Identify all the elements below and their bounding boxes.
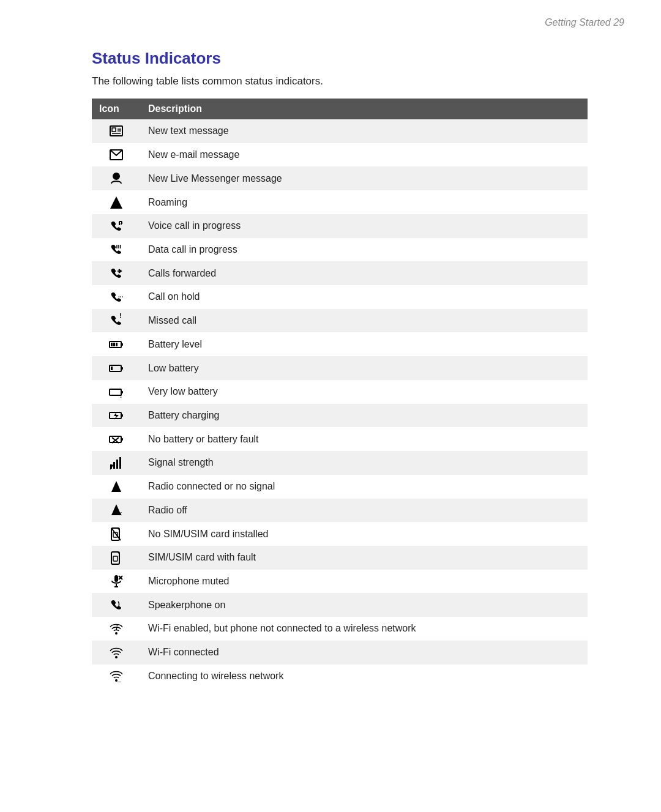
svg-rect-25 <box>111 367 113 370</box>
svg-rect-1 <box>112 128 116 132</box>
table-row: No SIM/USIM card installed <box>92 522 588 546</box>
svg-rect-39 <box>119 457 121 469</box>
table-row: Microphone muted <box>92 570 588 594</box>
icon-cell <box>92 404 141 428</box>
icon-cell <box>92 593 141 617</box>
description-cell: New Live Messenger message <box>141 166 588 190</box>
description-cell: Microphone muted <box>141 570 588 594</box>
description-cell: Missed call <box>141 309 588 333</box>
description-cell: Call on hold <box>141 285 588 309</box>
svg-rect-37 <box>113 462 115 469</box>
description-cell: Wi-Fi enabled, but phone not connected t… <box>141 617 588 641</box>
table-row: ... Call on hold <box>92 285 588 309</box>
table-row: New text message <box>92 119 588 143</box>
description-cell: No SIM/USIM card installed <box>141 522 588 546</box>
description-cell: No battery or battery fault <box>141 427 588 451</box>
table-row: ! Missed call <box>92 309 588 333</box>
table-header-row: Icon Description <box>92 99 588 119</box>
svg-point-6 <box>113 173 119 179</box>
svg-rect-33 <box>121 438 123 441</box>
icon-cell: ... <box>92 665 141 688</box>
table-row: Battery charging <box>92 404 588 428</box>
description-cell: Data call in progress <box>141 238 588 262</box>
svg-rect-22 <box>116 343 118 346</box>
table-row: Data call in progress <box>92 238 588 262</box>
svg-text:!: ! <box>119 313 122 320</box>
icon-cell: ! <box>92 309 141 333</box>
icon-cell <box>92 451 141 475</box>
svg-rect-50 <box>113 556 118 561</box>
icon-cell <box>92 332 141 356</box>
icon-cell: ! <box>92 380 141 404</box>
table-row: i Wi-Fi enabled, but phone not connected… <box>92 617 588 641</box>
table-row: Roaming <box>92 190 588 214</box>
table-row: Wi-Fi connected <box>92 641 588 665</box>
svg-marker-41 <box>111 481 121 492</box>
table-row: x Radio off <box>92 499 588 523</box>
description-cell: Voice call in progress <box>141 214 588 238</box>
section-title: Status Indicators <box>92 49 588 68</box>
section-subtitle: The following table lists common status … <box>92 75 588 88</box>
description-cell: Radio off <box>141 499 588 523</box>
table-row: Speakerphone on <box>92 593 588 617</box>
table-row: Battery level <box>92 332 588 356</box>
icon-cell <box>92 214 141 238</box>
svg-rect-19 <box>121 343 123 346</box>
page-number: Getting Started 29 <box>545 17 624 28</box>
icon-cell <box>92 143 141 167</box>
table-row: Radio connected or no signal <box>92 475 588 499</box>
icon-cell <box>92 570 141 594</box>
table-row: New e-mail message <box>92 143 588 167</box>
icon-cell <box>92 190 141 214</box>
header-icon-col: Icon <box>92 99 141 119</box>
icon-cell <box>92 356 141 380</box>
svg-marker-7 <box>110 196 122 209</box>
svg-rect-52 <box>114 575 118 582</box>
status-table: Icon Description New text message New e-… <box>92 99 588 688</box>
description-cell: Calls forwarded <box>141 261 588 285</box>
svg-text:!: ! <box>118 557 120 564</box>
icon-cell <box>92 261 141 285</box>
description-cell: Wi-Fi connected <box>141 641 588 665</box>
svg-rect-24 <box>121 367 123 370</box>
icon-cell: x <box>92 499 141 523</box>
description-cell: Low battery <box>141 356 588 380</box>
table-row: ! Very low battery <box>92 380 588 404</box>
description-cell: Very low battery <box>141 380 588 404</box>
description-cell: Battery charging <box>141 404 588 428</box>
table-row: Calls forwarded <box>92 261 588 285</box>
table-row: No battery or battery fault <box>92 427 588 451</box>
description-cell: Speakerphone on <box>141 593 588 617</box>
description-cell: Roaming <box>141 190 588 214</box>
svg-text:x: x <box>119 510 122 516</box>
icon-cell <box>92 238 141 262</box>
svg-rect-21 <box>113 343 115 346</box>
svg-text:...: ... <box>118 679 121 683</box>
description-cell: SIM/USIM card with fault <box>141 546 588 570</box>
svg-text:...: ... <box>118 292 124 299</box>
icon-cell: ! <box>92 546 141 570</box>
description-cell: Radio connected or no signal <box>141 475 588 499</box>
svg-point-59 <box>115 656 118 658</box>
description-cell: Battery level <box>141 332 588 356</box>
table-row: Low battery <box>92 356 588 380</box>
svg-rect-38 <box>116 460 118 469</box>
description-cell: New text message <box>141 119 588 143</box>
icon-cell <box>92 641 141 665</box>
description-cell: Signal strength <box>141 451 588 475</box>
table-row: ... Connecting to wireless network <box>92 665 588 688</box>
icon-cell: ... <box>92 285 141 309</box>
svg-rect-30 <box>121 414 123 417</box>
svg-rect-20 <box>111 343 113 346</box>
table-row: Signal strength <box>92 451 588 475</box>
svg-text:!: ! <box>120 392 122 399</box>
svg-rect-32 <box>110 436 121 442</box>
description-cell: Connecting to wireless network <box>141 665 588 688</box>
icon-cell <box>92 475 141 499</box>
content-area: Status Indicators The following table li… <box>92 49 588 688</box>
icon-cell: i <box>92 617 141 641</box>
table-row: Voice call in progress <box>92 214 588 238</box>
icon-cell <box>92 522 141 546</box>
svg-point-57 <box>115 632 118 635</box>
icon-cell <box>92 166 141 190</box>
